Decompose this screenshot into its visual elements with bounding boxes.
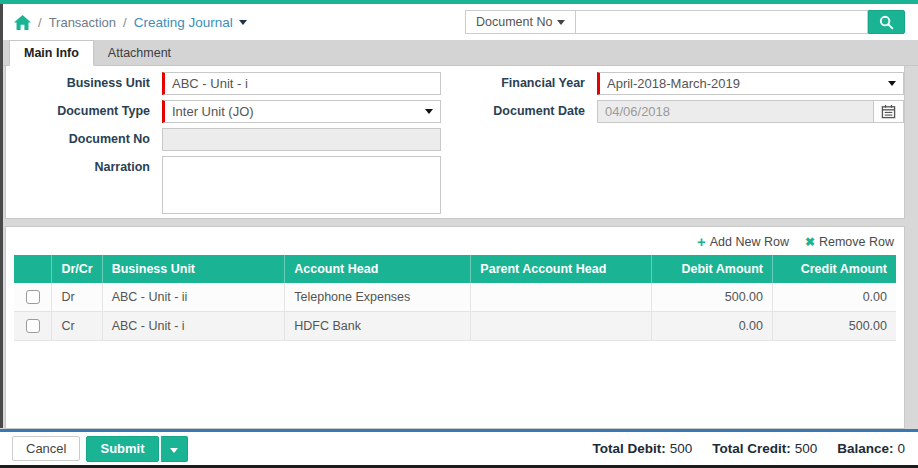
column-header-debit-amount: Debit Amount [652,255,773,283]
balance-value: 0 [897,441,905,456]
cross-icon: ✖ [805,236,815,248]
breadcrumb: / Transaction / Creating Journal [14,15,247,30]
document-type-label: Document Type [6,100,162,118]
chevron-down-icon [557,20,565,25]
search-button[interactable] [868,10,905,34]
cell-parent-account-head [471,283,652,312]
grid-actions: + Add New Row ✖ Remove Row [14,231,896,255]
panel-gap [5,219,905,226]
column-header-select [14,255,52,283]
total-debit-label: Total Debit: [592,441,665,456]
total-credit-label: Total Credit: [712,441,791,456]
add-new-row-button[interactable]: + Add New Row [697,234,789,249]
document-search-bar: Document No [465,10,905,34]
narration-label: Narration [6,156,162,174]
cell-drcr: Cr [52,312,102,341]
breadcrumb-page-dropdown[interactable]: Creating Journal [134,15,247,30]
cancel-button[interactable]: Cancel [12,436,80,461]
document-date-label: Document Date [455,100,597,118]
column-header-drcr: Dr/Cr [52,255,102,283]
calendar-icon [881,104,896,119]
cell-business-unit: ABC - Unit - i [102,312,285,341]
chevron-down-icon [239,20,247,25]
row-select-checkbox[interactable] [26,290,40,304]
creating-journal-page: / Transaction / Creating Journal Documen… [0,0,918,468]
column-header-credit-amount: Credit Amount [772,255,896,283]
search-filter-label: Document No [476,15,552,29]
remove-row-label: Remove Row [819,235,894,249]
table-header-row: Dr/Cr Business Unit Account Head Parent … [14,255,896,283]
table-row: Dr ABC - Unit - ii Telephone Expenses 50… [14,283,896,312]
remove-row-button[interactable]: ✖ Remove Row [805,234,894,249]
column-header-account-head: Account Head [285,255,471,283]
journal-table: Dr/Cr Business Unit Account Head Parent … [14,255,896,341]
document-type-value: Inter Unit (JO) [172,104,425,119]
cell-debit-amount: 0.00 [652,312,773,341]
tab-attachment[interactable]: Attachment [94,41,185,65]
total-debit-value: 500 [670,441,693,456]
form-right-column: Financial Year April-2018-March-2019 Doc… [455,72,904,212]
document-no-label: Document No [6,128,162,146]
document-no-field [162,128,441,151]
breadcrumb-separator: / [123,15,127,30]
financial-year-value: April-2018-March-2019 [607,76,888,91]
business-unit-label: Business Unit [6,72,162,90]
business-unit-field[interactable] [162,72,441,95]
balance-label: Balance: [837,441,893,456]
cell-account-head: Telephone Expenses [285,283,471,312]
row-select-checkbox[interactable] [26,319,40,333]
narration-field[interactable] [162,156,441,214]
calendar-button[interactable] [873,100,904,123]
main-info-form: Business Unit Document Type Inter Unit (… [5,66,905,219]
chevron-down-icon [425,109,433,114]
chevron-down-icon [170,448,178,453]
search-icon [879,15,894,30]
plus-icon: + [697,234,706,249]
cell-parent-account-head [471,312,652,341]
add-new-row-label: Add New Row [710,235,789,249]
totals-summary: Total Debit: 500 Total Credit: 500 Balan… [592,441,905,456]
home-icon[interactable] [14,15,31,30]
breadcrumb-transaction[interactable]: Transaction [49,15,116,30]
search-input[interactable] [575,10,868,34]
column-header-parent-account-head: Parent Account Head [471,255,652,283]
document-type-select[interactable]: Inter Unit (JO) [162,100,441,123]
financial-year-label: Financial Year [455,72,597,90]
breadcrumb-page-label: Creating Journal [134,15,233,30]
cell-account-head: HDFC Bank [285,312,471,341]
column-header-business-unit: Business Unit [102,255,285,283]
submit-options-toggle[interactable] [160,436,188,462]
main-content: Business Unit Document Type Inter Unit (… [0,66,918,429]
cell-credit-amount: 0.00 [772,283,896,312]
submit-button[interactable]: Submit [86,436,158,462]
search-filter-dropdown[interactable]: Document No [465,10,575,34]
form-left-column: Business Unit Document Type Inter Unit (… [6,72,455,212]
chevron-down-icon [888,81,896,86]
table-row: Cr ABC - Unit - i HDFC Bank 0.00 500.00 [14,312,896,341]
tab-bar: Main Info Attachment [0,40,918,66]
window-left-edge [0,4,3,428]
cell-drcr: Dr [52,283,102,312]
journal-lines-panel: + Add New Row ✖ Remove Row Dr/Cr [5,226,905,429]
total-credit-value: 500 [795,441,818,456]
breadcrumb-separator: / [38,15,42,30]
footer-bar: Cancel Submit Total Debit: 500 Total Cre… [0,432,918,465]
cell-debit-amount: 500.00 [652,283,773,312]
header-bar: / Transaction / Creating Journal Documen… [0,4,918,40]
document-date-field [597,100,873,123]
tab-main-info[interactable]: Main Info [9,40,94,66]
financial-year-select[interactable]: April-2018-March-2019 [597,72,904,95]
cell-business-unit: ABC - Unit - ii [102,283,285,312]
cell-credit-amount: 500.00 [772,312,896,341]
journal-table-body: Dr ABC - Unit - ii Telephone Expenses 50… [14,283,896,341]
